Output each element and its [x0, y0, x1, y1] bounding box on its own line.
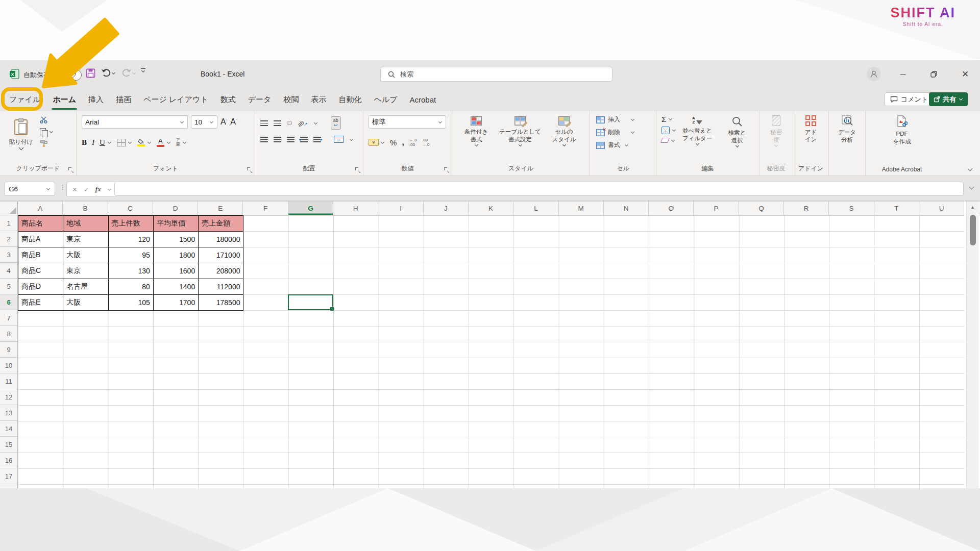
orientation-button[interactable]: ab↗	[298, 118, 308, 128]
scroll-up-arrow[interactable]: ▲	[967, 202, 978, 213]
cut-button[interactable]	[40, 116, 54, 123]
fill-chevron[interactable]	[672, 128, 676, 132]
row-header-10[interactable]: 10	[0, 358, 17, 373]
sort-filter-button[interactable]: AZ 並べ替えと フィルター	[681, 112, 714, 146]
table-header-cell[interactable]: 売上金額	[199, 216, 243, 232]
format-painter-button[interactable]	[40, 140, 54, 147]
align-center-button[interactable]	[274, 137, 281, 142]
row-header-5[interactable]: 5	[0, 279, 17, 294]
column-header-A[interactable]: A	[18, 202, 63, 215]
table-cell[interactable]: 171000	[199, 247, 243, 263]
font-dialog-launcher[interactable]	[247, 167, 252, 172]
clipboard-dialog-launcher[interactable]	[68, 167, 74, 172]
close-button[interactable]: ✕	[953, 60, 977, 88]
select-all-button[interactable]	[0, 202, 18, 215]
column-header-D[interactable]: D	[153, 202, 198, 215]
name-box[interactable]: G6	[4, 182, 55, 196]
fill-color-chevron[interactable]	[148, 140, 151, 143]
addins-button[interactable]: アド イン	[793, 111, 828, 143]
cancel-entry-button[interactable]: ✕	[72, 186, 78, 193]
copy-button[interactable]	[40, 128, 54, 135]
data-analysis-button[interactable]: データ 分析	[829, 111, 865, 144]
table-cell[interactable]: 大阪	[63, 247, 108, 263]
increase-indent-button[interactable]: ▸	[313, 137, 321, 142]
insert-function-chevron[interactable]	[108, 187, 111, 190]
percent-format-button[interactable]: %	[390, 138, 397, 147]
row-header-2[interactable]: 2	[0, 231, 17, 247]
conditional-formatting-button[interactable]: 条件付き 書式	[454, 112, 498, 147]
column-header-R[interactable]: R	[784, 202, 829, 215]
column-header-B[interactable]: B	[63, 202, 108, 215]
orientation-chevron[interactable]	[314, 120, 317, 124]
comma-format-button[interactable]: ,	[402, 137, 404, 147]
insert-chevron[interactable]	[631, 117, 634, 121]
tab-ヘルプ[interactable]: ヘルプ	[368, 88, 403, 111]
row-header-15[interactable]: 15	[0, 437, 17, 453]
table-cell[interactable]: 95	[109, 247, 154, 263]
table-header-cell[interactable]: 商品名	[18, 216, 63, 232]
autosum-chevron[interactable]	[669, 117, 672, 120]
fill-color-button[interactable]	[137, 139, 145, 146]
tab-ファイル[interactable]: ファイル	[3, 88, 46, 111]
align-left-button[interactable]	[260, 137, 268, 142]
column-header-G[interactable]: G	[288, 202, 333, 215]
row-header-14[interactable]: 14	[0, 421, 17, 437]
active-cell-selection[interactable]	[288, 294, 333, 310]
column-header-E[interactable]: E	[198, 202, 243, 215]
column-header-Q[interactable]: Q	[739, 202, 784, 215]
save-button[interactable]	[86, 68, 95, 78]
find-select-button[interactable]: 検索と 選択	[721, 112, 753, 148]
column-header-S[interactable]: S	[829, 202, 874, 215]
collapse-ribbon-chevron[interactable]	[968, 166, 973, 171]
paste-chevron[interactable]	[18, 145, 23, 150]
table-cell[interactable]: 1400	[154, 279, 199, 295]
column-header-F[interactable]: F	[243, 202, 288, 215]
font-color-chevron[interactable]	[167, 140, 170, 143]
comments-button[interactable]: コメント	[885, 92, 934, 106]
tab-描画[interactable]: 描画	[110, 88, 137, 111]
number-format-combo[interactable]: 標準	[369, 115, 446, 129]
expand-formula-bar-chevron[interactable]	[969, 185, 974, 190]
fill-handle[interactable]	[330, 307, 334, 311]
tab-ホーム[interactable]: ホーム	[46, 88, 82, 111]
phonetic-chevron[interactable]	[183, 140, 186, 143]
create-pdf-button[interactable]: PDF を作成	[866, 111, 938, 145]
fill-button[interactable]: ↓	[662, 127, 676, 134]
row-header-13[interactable]: 13	[0, 405, 17, 421]
row-header-4[interactable]: 4	[0, 263, 17, 279]
row-header-16[interactable]: 16	[0, 453, 17, 468]
tab-校閲[interactable]: 校閲	[277, 88, 305, 111]
insert-cells-button[interactable]: 挿入	[596, 115, 635, 124]
table-cell[interactable]: 80	[109, 279, 154, 295]
row-header-17[interactable]: 17	[0, 468, 17, 484]
share-button[interactable]: 共有	[929, 92, 968, 106]
bold-button[interactable]: B	[82, 138, 87, 147]
format-as-table-button[interactable]: テーブルとして 書式設定	[498, 112, 542, 147]
column-header-N[interactable]: N	[604, 202, 649, 215]
undo-button[interactable]	[101, 68, 116, 78]
column-header-U[interactable]: U	[919, 202, 964, 215]
table-cell[interactable]: 名古屋	[63, 279, 108, 295]
shrink-font-button[interactable]: Aˇ	[230, 117, 237, 127]
tab-自動化[interactable]: 自動化	[332, 88, 368, 111]
align-middle-button[interactable]	[274, 120, 281, 126]
format-cells-button[interactable]: 書式	[596, 141, 635, 149]
confirm-entry-button[interactable]: ✓	[84, 186, 89, 193]
column-header-L[interactable]: L	[513, 202, 558, 215]
increase-decimal-button[interactable]: ←.0 .00	[409, 138, 417, 147]
table-cell[interactable]: 178500	[199, 295, 243, 311]
row-header-12[interactable]: 12	[0, 389, 17, 405]
delete-chevron[interactable]	[631, 130, 634, 134]
sort-filter-chevron[interactable]	[695, 142, 699, 145]
table-cell[interactable]: 180000	[199, 232, 243, 247]
delete-cells-button[interactable]: 削除	[596, 128, 635, 137]
clear-chevron[interactable]	[671, 138, 675, 141]
table-cell[interactable]: 商品A	[18, 232, 63, 247]
borders-button[interactable]	[117, 139, 126, 146]
merge-center-button[interactable]: ↔	[334, 136, 344, 143]
row-header-8[interactable]: 8	[0, 326, 17, 342]
row-header-3[interactable]: 3	[0, 247, 17, 263]
italic-button[interactable]: I	[92, 138, 94, 147]
table-cell[interactable]: 130	[109, 263, 154, 279]
column-header-H[interactable]: H	[333, 202, 378, 215]
